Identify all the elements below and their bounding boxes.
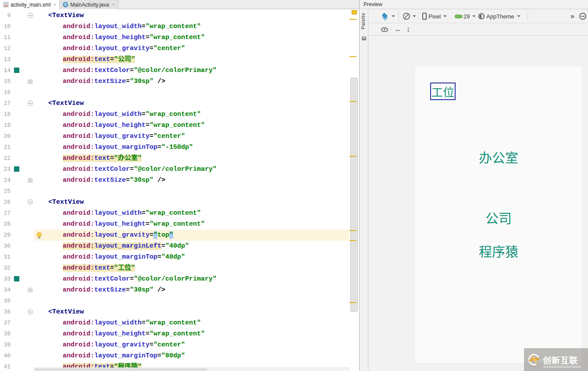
code-line[interactable]: 15android:textSize="30sp" />	[0, 76, 349, 87]
warning-tick[interactable]	[349, 156, 356, 157]
code-line[interactable]: 30android:layout_marginLeft="40dp"	[0, 241, 349, 252]
vertical-scrollbar-thumb[interactable]	[350, 78, 358, 312]
code-line[interactable]: 26<TextView	[0, 197, 349, 208]
code-line[interactable]: 25	[0, 186, 349, 197]
warning-tick[interactable]	[349, 19, 356, 20]
fold-close-icon[interactable]	[28, 287, 33, 292]
fold-open-icon[interactable]	[28, 309, 33, 314]
code-token: "工位"	[114, 264, 135, 272]
code-line[interactable]: 16	[0, 87, 349, 98]
code-line[interactable]: 36<TextView	[0, 306, 349, 317]
code-token: />	[153, 286, 165, 294]
code-line[interactable]: 24android:textSize="30sp" />	[0, 175, 349, 186]
line-number: 38	[0, 328, 11, 339]
layers-icon	[381, 13, 389, 20]
warning-tick[interactable]	[349, 240, 356, 241]
theme-selector[interactable]: AppTheme	[478, 9, 520, 23]
code-line[interactable]: 29android:layout_gravity="top"	[0, 230, 349, 241]
code-line[interactable]: 40android:layout_marginTop="80dp"	[0, 350, 349, 361]
code-line[interactable]: 35	[0, 295, 349, 306]
line-number: 16	[0, 87, 11, 98]
code-editor[interactable]: 9<TextView10android:layout_width="wrap_c…	[0, 9, 359, 371]
line-number: 14	[0, 65, 11, 76]
line-number: 19	[0, 120, 11, 131]
close-icon[interactable]: ×	[53, 2, 56, 7]
overflow-button[interactable]: »	[570, 9, 574, 23]
code-line[interactable]: 20android:layout_gravity="center"	[0, 131, 349, 142]
close-icon[interactable]: ×	[112, 2, 115, 7]
code-line[interactable]: 32android:text="工位"	[0, 263, 349, 274]
line-number: 24	[0, 175, 11, 186]
textview-chengxuyuan[interactable]: 程序猿	[415, 241, 582, 260]
code-line[interactable]: 14android:textColor="@color/colorPrimary…	[0, 65, 349, 76]
palette-tab-label[interactable]: Palette	[360, 13, 366, 29]
fold-open-icon[interactable]	[28, 13, 33, 18]
code-line[interactable]: 27android:layout_width="wrap_content"	[0, 208, 349, 219]
code-line[interactable]: 12android:layout_gravity="center"	[0, 43, 349, 54]
line-number: 29	[0, 230, 11, 241]
code-line[interactable]: 9<TextView	[0, 10, 349, 21]
color-swatch[interactable]	[14, 276, 19, 281]
code-token: =	[126, 176, 130, 184]
textview-bangongshi[interactable]: 办公室	[415, 147, 582, 166]
tab-label: MainActivity.java	[70, 2, 109, 8]
code-token: layout_width	[94, 209, 142, 217]
horizontal-scrollbar[interactable]	[34, 367, 349, 371]
expand-horizontal-button[interactable]: ↔	[394, 23, 401, 36]
horizontal-scrollbar-thumb[interactable]	[34, 368, 207, 371]
code-token: =	[157, 352, 161, 360]
code-token: android:	[63, 231, 94, 239]
code-line[interactable]: 31android:layout_marginTop="40dp"	[0, 252, 349, 263]
color-swatch[interactable]	[14, 68, 19, 73]
code-line[interactable]: 37android:layout_width="wrap_content"	[0, 317, 349, 328]
code-token: "wrap_content"	[146, 111, 201, 118]
code-line[interactable]: 34android:textSize="30sp" />	[0, 285, 349, 295]
palette-tool-strip[interactable]: Palette	[360, 9, 368, 371]
layout-variants-button[interactable]	[381, 9, 395, 23]
code-token: =	[142, 23, 146, 30]
code-line[interactable]: 28android:layout_height="wrap_content"	[0, 219, 349, 230]
fold-open-icon[interactable]	[28, 101, 33, 106]
code-line[interactable]: 23android:textColor="@color/colorPrimary…	[0, 164, 349, 175]
warning-tick[interactable]	[349, 101, 356, 102]
fold-close-icon[interactable]	[28, 79, 33, 84]
code-line[interactable]: 17<TextView	[0, 98, 349, 109]
inspection-indicator[interactable]	[352, 10, 357, 14]
error-stripe[interactable]	[349, 9, 359, 371]
expand-vertical-button[interactable]: ↕	[406, 23, 410, 36]
toolbar-divider	[418, 11, 418, 21]
code-token: =	[126, 286, 130, 294]
code-line[interactable]: 21android:layout_marginTop="-150dp"	[0, 142, 349, 153]
code-token: android:	[63, 286, 94, 294]
warning-tick[interactable]	[349, 230, 356, 231]
code-text: android:text="公司"	[34, 54, 135, 65]
code-line[interactable]: 13android:text="公司"	[0, 54, 349, 65]
code-line[interactable]: 19android:layout_height="wrap_content"	[0, 120, 349, 131]
code-token: textSize	[94, 176, 126, 184]
warning-tick[interactable]	[349, 302, 356, 303]
selected-view-gongwei[interactable]: 工位	[430, 83, 456, 100]
tab-mainactivity-java[interactable]: MainActivity.java ×	[60, 0, 118, 9]
code-token: android:	[63, 209, 94, 217]
code-line[interactable]: 10android:layout_width="wrap_content"	[0, 21, 349, 32]
code-line[interactable]: 33android:textColor="@color/colorPrimary…	[0, 274, 349, 285]
device-canvas[interactable]: 工位 办公室 公司 程序猿	[415, 66, 582, 363]
zoom-out-button[interactable]	[579, 9, 586, 23]
code-line[interactable]: 38android:layout_height="wrap_content"	[0, 328, 349, 339]
code-line[interactable]: 22android:text="办公室"	[0, 153, 349, 164]
code-lines: 9<TextView10android:layout_width="wrap_c…	[0, 10, 349, 371]
color-swatch[interactable]	[14, 166, 19, 172]
show-hide-button[interactable]	[381, 23, 388, 36]
warning-tick[interactable]	[349, 56, 356, 57]
line-number: 13	[0, 54, 11, 65]
code-line[interactable]: 39android:layout_gravity="center"	[0, 339, 349, 350]
code-line[interactable]: 11android:layout_height="wrap_content"	[0, 32, 349, 43]
api-level-selector[interactable]: 29	[455, 9, 476, 23]
orientation-button[interactable]	[403, 9, 416, 23]
code-line[interactable]: 18android:layout_width="wrap_content"	[0, 109, 349, 120]
textview-gongsi[interactable]: 公司	[415, 208, 582, 227]
fold-close-icon[interactable]	[28, 177, 33, 183]
tab-activity-main-xml[interactable]: activity_main.xml ×	[0, 0, 60, 9]
fold-open-icon[interactable]	[28, 199, 33, 205]
device-selector[interactable]: Pixel	[422, 9, 447, 23]
